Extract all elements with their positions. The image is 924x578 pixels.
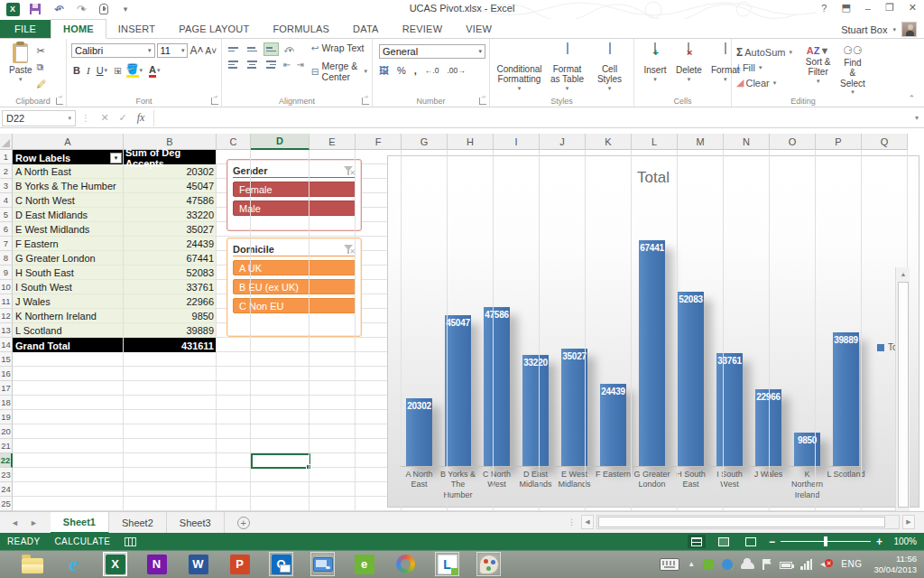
pivot-row-label[interactable]: L Scotland — [13, 323, 124, 337]
user-account[interactable]: Stuart Box ▾ — [841, 22, 917, 37]
pivot-row-value[interactable]: 431611 — [124, 338, 217, 352]
bar-k-northern-ireland[interactable]: 9850 — [794, 433, 820, 466]
borders-button[interactable]: ⊞▾ — [114, 65, 120, 77]
conditional-formatting-button[interactable]: Conditional Formatting▾ — [495, 42, 544, 94]
column-header-Q[interactable]: Q — [862, 134, 908, 150]
restore-button[interactable]: ❐ — [885, 2, 894, 14]
fill-color-button[interactable]: 🪣 — [126, 63, 139, 78]
display-settings-taskbar-icon[interactable] — [310, 552, 335, 576]
vertical-scroll-thumb[interactable] — [898, 282, 909, 508]
decrease-decimal-button[interactable]: .00→ — [447, 66, 465, 75]
row-header-2[interactable]: 2 — [0, 164, 13, 179]
column-header-N[interactable]: N — [724, 134, 770, 150]
pivot-row-value[interactable]: 20302 — [124, 164, 217, 178]
scrollbar-splitter[interactable]: ⋮ — [568, 517, 575, 527]
row-header-24[interactable]: 24 — [0, 482, 13, 497]
column-header-K[interactable]: K — [586, 134, 632, 150]
column-header-O[interactable]: O — [770, 134, 816, 150]
pivot-row-value[interactable]: 39889 — [124, 323, 217, 337]
row-header-23[interactable]: 23 — [0, 468, 13, 482]
shrink-font-button[interactable]: A˅ — [205, 46, 217, 56]
row-header-25[interactable]: 25 — [0, 497, 13, 511]
copy-button[interactable]: ⧉▾ — [37, 61, 47, 74]
align-center-button[interactable] — [245, 59, 259, 70]
bottom-align-button[interactable] — [264, 43, 278, 55]
row-header-22[interactable]: 22 — [0, 453, 13, 468]
bar-a-north-east[interactable]: 20302 — [406, 398, 432, 466]
browser-ring-taskbar-icon[interactable] — [393, 552, 418, 576]
pivot-row-label[interactable]: E West Midlands — [13, 222, 124, 236]
grow-font-button[interactable]: A˄ — [189, 44, 203, 57]
action-center-flag-icon[interactable] — [762, 559, 772, 570]
volume-muted-icon[interactable]: ✕ — [820, 559, 833, 570]
status-calculate[interactable]: CALCULATE — [54, 536, 110, 546]
italic-button[interactable]: I — [87, 65, 90, 76]
delete-cells-button[interactable]: Delete▾ — [671, 42, 707, 94]
tab-page-layout[interactable]: PAGE LAYOUT — [167, 20, 261, 38]
bar-f-eastern[interactable]: 24439 — [600, 384, 626, 466]
column-header-F[interactable]: F — [356, 134, 402, 150]
paint-taskbar-icon[interactable] — [476, 552, 501, 576]
horizontal-scroll-thumb[interactable] — [598, 517, 885, 527]
lync-taskbar-icon[interactable]: L — [435, 552, 459, 576]
comma-style-button[interactable]: , — [414, 65, 417, 76]
zoom-control[interactable]: − + — [769, 536, 882, 548]
clear-filter-icon[interactable]: ✕ — [343, 165, 356, 176]
zoom-slider-thumb[interactable] — [824, 536, 827, 546]
zoom-out-button[interactable]: − — [769, 536, 775, 548]
confirm-entry-button[interactable]: ✓ — [114, 112, 132, 124]
paste-button[interactable]: Paste▾ — [5, 42, 37, 94]
tab-review[interactable]: REVIEW — [391, 20, 455, 38]
pivot-row-label[interactable]: K Northern Ireland — [13, 309, 124, 322]
column-header-H[interactable]: H — [448, 134, 494, 150]
pivot-row-value[interactable]: 45047 — [124, 179, 217, 192]
row-header-19[interactable]: 19 — [0, 410, 13, 424]
pivot-row-value[interactable]: 9850 — [124, 309, 217, 322]
cut-button[interactable]: ✂ — [37, 44, 47, 58]
outlook-taskbar-icon[interactable]: O — [269, 552, 293, 576]
slicer-item-male[interactable]: Male — [233, 200, 356, 216]
underline-button[interactable]: U — [97, 65, 104, 76]
sort-filter-button[interactable]: AZ▼ Sort & Filter▾ — [801, 42, 836, 94]
row-header-15[interactable]: 15 — [0, 352, 13, 367]
expand-tray-icon[interactable]: ▲ — [688, 560, 695, 568]
number-format-combo[interactable]: General▾ — [379, 44, 485, 59]
slicer-item-female[interactable]: Female — [233, 182, 356, 197]
powerpoint-taskbar-icon[interactable]: P — [227, 552, 252, 576]
pivot-row-value[interactable]: 33761 — [124, 280, 217, 294]
row-header-17[interactable]: 17 — [0, 381, 13, 396]
pivot-row-label[interactable]: H South East — [13, 266, 124, 279]
bold-button[interactable]: B — [73, 65, 80, 76]
find-select-button[interactable]: ⚆⚆ Find & Select▾ — [836, 42, 870, 94]
page-break-view-button[interactable] — [742, 535, 760, 548]
minimize-button[interactable]: – — [865, 3, 871, 14]
top-align-button[interactable] — [226, 43, 240, 55]
row-header-6[interactable]: 6 — [0, 222, 13, 237]
pivot-row-value[interactable]: 47586 — [124, 193, 217, 207]
column-header-C[interactable]: C — [217, 134, 251, 150]
expand-formula-bar-button[interactable]: ▾ — [910, 114, 924, 122]
tab-formulas[interactable]: FORMULAS — [261, 20, 341, 38]
bar-l-scotland[interactable]: 39889 — [833, 332, 859, 466]
row-header-21[interactable]: 21 — [0, 439, 13, 453]
scroll-left-arrow[interactable]: ◀ — [581, 515, 594, 529]
pivot-row-label[interactable]: B Yorks & The Humber — [13, 179, 124, 192]
pivot-row-value[interactable]: 35027 — [124, 222, 217, 236]
sheet-tab-sheet1[interactable]: Sheet1 — [51, 512, 109, 534]
row-header-9[interactable]: 9 — [0, 266, 13, 280]
bar-e-west-midlands[interactable]: 35027 — [561, 349, 587, 466]
help-button[interactable]: ? — [821, 3, 827, 14]
pivot-row-label[interactable]: F Eastern — [13, 237, 124, 250]
wrap-text-button[interactable]: ↩Wrap Text — [311, 42, 367, 54]
internet-explorer-taskbar-icon[interactable]: e — [61, 552, 86, 576]
cells-canvas[interactable]: Row Labels▼Sum of Deg AcceptsA North Eas… — [13, 150, 910, 511]
clear-filter-icon[interactable]: ✕ — [343, 244, 356, 255]
column-header-G[interactable]: G — [402, 134, 448, 150]
file-explorer-taskbar-icon[interactable] — [20, 552, 44, 576]
cell-styles-button[interactable]: Cell Styles▾ — [591, 42, 629, 94]
format-painter-button[interactable]: 🖉 — [37, 77, 47, 90]
pivot-row-label[interactable]: Grand Total — [13, 338, 124, 352]
pivot-row-label[interactable]: J Wales — [13, 294, 124, 308]
sheet-tab-sheet2[interactable]: Sheet2 — [109, 512, 167, 534]
slicer-gender[interactable]: Gender ✕ FemaleMale — [226, 159, 362, 231]
